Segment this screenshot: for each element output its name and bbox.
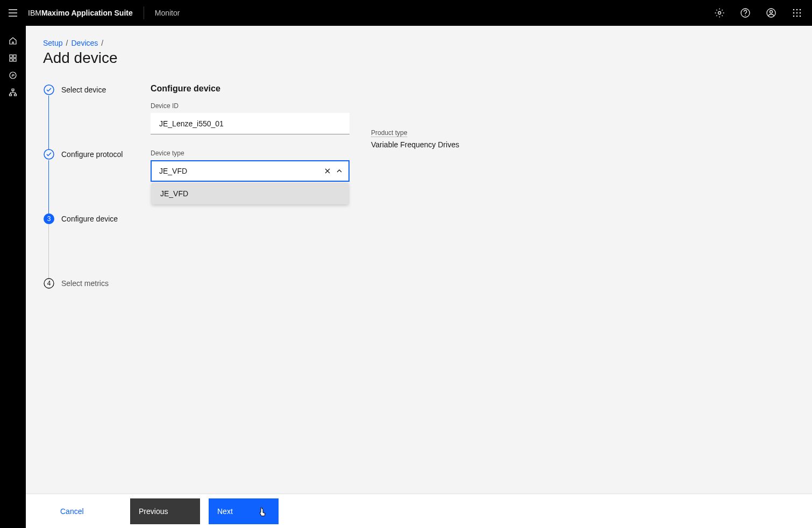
svg-point-10 (800, 12, 801, 14)
step-label: Configure protocol (61, 148, 140, 160)
nav-explore[interactable] (0, 67, 26, 84)
nav-home[interactable] (0, 32, 26, 49)
header-left: IBM Maximo Application Suite Monitor (0, 0, 188, 26)
svg-point-6 (796, 9, 798, 11)
svg-point-18 (10, 72, 16, 79)
app-grid-icon (792, 8, 802, 18)
pending-step-icon: 4 (43, 277, 55, 289)
product-type-label: Product type (371, 129, 407, 137)
svg-point-4 (770, 11, 773, 13)
svg-rect-16 (10, 59, 12, 61)
device-type-input[interactable] (152, 161, 324, 181)
checkmark-icon (43, 148, 55, 160)
step-label: Configure device (61, 213, 140, 225)
cancel-button[interactable]: Cancel (52, 498, 122, 524)
step-connector (48, 160, 49, 214)
svg-rect-14 (10, 55, 12, 58)
device-id-label: Device ID (151, 102, 350, 110)
step-connector (48, 225, 49, 279)
compass-icon (9, 71, 17, 80)
cursor-pointer-icon (258, 507, 267, 517)
settings-button[interactable] (707, 0, 732, 26)
svg-rect-17 (13, 59, 16, 61)
step-select-metrics[interactable]: 4 Select metrics (43, 277, 140, 299)
nav-hierarchy[interactable] (0, 84, 26, 101)
svg-point-7 (800, 9, 801, 11)
device-type-label: Device type (151, 149, 350, 157)
svg-point-5 (793, 9, 795, 11)
brand-prefix: IBM (28, 9, 41, 17)
svg-point-11 (793, 16, 795, 17)
header-divider (144, 6, 144, 19)
form-column: Configure device Device ID Device type (151, 84, 350, 299)
breadcrumb-sep2: / (101, 39, 103, 47)
progress-stepper: Select device Configure protocol 3 Confi… (43, 84, 140, 299)
device-id-input[interactable] (151, 113, 350, 134)
gear-icon (714, 8, 725, 18)
chevron-up-icon (336, 167, 343, 175)
help-icon (740, 8, 751, 18)
page-title: Add device (43, 49, 795, 67)
dropdown-option[interactable]: JE_VFD (152, 183, 348, 204)
meta-column: Product type Variable Frequency Drives (371, 84, 459, 299)
close-icon (324, 167, 331, 175)
product-title: IBM Maximo Application Suite (26, 0, 141, 26)
wizard-footer: Cancel Previous Next (26, 494, 812, 528)
combo-controls (324, 167, 348, 175)
step-label: Select device (61, 84, 140, 96)
hierarchy-icon (9, 88, 17, 97)
svg-point-8 (793, 12, 795, 14)
toggle-button[interactable] (336, 167, 343, 175)
breadcrumb-sep1: / (66, 39, 68, 47)
step-select-device[interactable]: Select device (43, 84, 140, 148)
svg-rect-19 (12, 89, 14, 91)
page-body: Setup / Devices / Add device Select devi… (26, 26, 812, 528)
home-icon (9, 37, 17, 45)
user-button[interactable] (758, 0, 784, 26)
checkmark-icon (43, 84, 55, 96)
device-type-combobox[interactable]: JE_VFD (151, 160, 350, 182)
user-icon (766, 8, 777, 18)
svg-rect-15 (13, 55, 16, 58)
step-configure-protocol[interactable]: Configure protocol (43, 148, 140, 213)
svg-point-13 (800, 16, 801, 17)
menu-button[interactable] (0, 0, 26, 26)
breadcrumb: Setup / Devices / (43, 39, 795, 47)
help-button[interactable] (732, 0, 758, 26)
next-label: Next (217, 507, 233, 516)
next-button[interactable]: Next (209, 498, 279, 524)
clear-button[interactable] (324, 167, 331, 175)
product-type-value: Variable Frequency Drives (371, 140, 459, 149)
breadcrumb-setup[interactable]: Setup (43, 39, 63, 47)
svg-text:4: 4 (47, 280, 51, 287)
form-area: Configure device Device ID Device type (151, 84, 795, 299)
app-name: Monitor (146, 9, 189, 17)
svg-rect-21 (15, 94, 17, 96)
content: Select device Configure protocol 3 Confi… (26, 71, 812, 299)
dashboard-icon (9, 54, 17, 62)
device-type-dropdown: JE_VFD (152, 183, 348, 204)
breadcrumb-devices[interactable]: Devices (71, 39, 98, 47)
step-connector (48, 96, 49, 149)
step-label: Select metrics (61, 277, 140, 289)
svg-point-9 (796, 12, 798, 14)
page-header: Setup / Devices / Add device (26, 26, 812, 71)
svg-point-12 (796, 16, 798, 17)
svg-rect-20 (10, 94, 12, 96)
svg-point-2 (745, 15, 746, 16)
section-title: Configure device (151, 84, 350, 94)
field-device-type: Device type JE_VFD (151, 149, 350, 182)
left-nav-rail (0, 26, 26, 528)
previous-button[interactable]: Previous (130, 498, 200, 524)
step-configure-device[interactable]: 3 Configure device (43, 213, 140, 277)
top-header: IBM Maximo Application Suite Monitor (0, 0, 812, 26)
nav-dashboard[interactable] (0, 49, 26, 67)
brand-name: Maximo Application Suite (41, 9, 133, 17)
svg-text:3: 3 (47, 215, 51, 223)
svg-point-0 (718, 12, 721, 15)
current-step-icon: 3 (43, 213, 55, 225)
field-device-id: Device ID (151, 102, 350, 134)
app-switcher-button[interactable] (784, 0, 810, 26)
menu-icon (8, 8, 18, 18)
header-right (707, 0, 810, 26)
